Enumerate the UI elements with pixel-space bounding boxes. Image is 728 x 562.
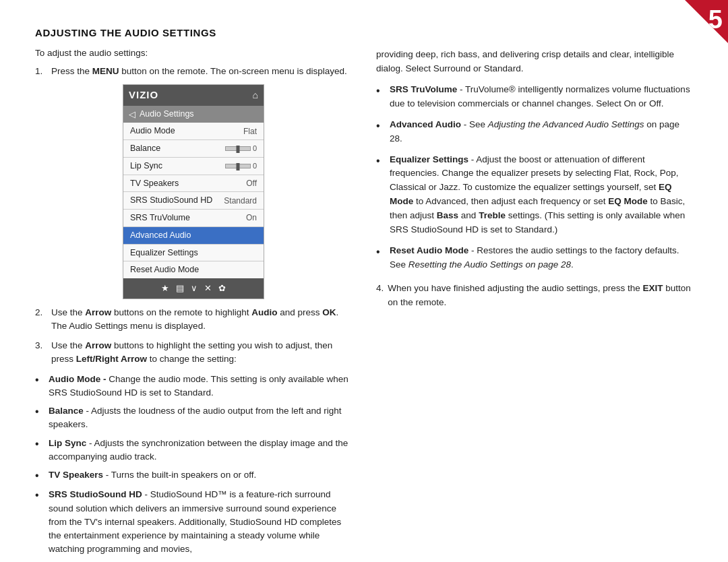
- step-2: 2. Use the Arrow buttons on the remote t…: [35, 306, 352, 334]
- tv-menu-title: Audio Settings: [140, 108, 194, 121]
- step-1-text: Press the MENU button on the remote. The…: [51, 65, 347, 78]
- vizio-logo: VIZIO: [129, 88, 253, 103]
- bullet-text: Reset Audio Mode - Restores the audio se…: [390, 244, 693, 272]
- row-label: Audio Mode: [130, 125, 175, 137]
- right-bullet-list: • SRS TruVolume - TruVolume® intelligent…: [376, 83, 693, 272]
- remote-star-icon: ★: [161, 282, 169, 295]
- slider-bar: 0: [225, 143, 257, 154]
- remote-x-icon: ✕: [204, 282, 212, 295]
- step-2-text: Use the Arrow buttons on the remote to h…: [51, 306, 352, 334]
- tv-menu-row-lip-sync: Lip Sync 0: [123, 158, 264, 175]
- bullet-lip-sync: • Lip Sync - Adjusts the synchronization…: [35, 437, 352, 464]
- slider-thumb: [236, 146, 239, 153]
- two-column-layout: To adjust the audio settings: 1. Press t…: [35, 48, 693, 561]
- step-2-num: 2.: [35, 306, 47, 334]
- step-4-num: 4.: [376, 282, 384, 310]
- row-label: SRS StudioSound HD: [130, 194, 212, 207]
- bullet-text: SRS StudioSound HD - StudioSound HD™ is …: [49, 488, 352, 556]
- bullet-srs-truvolume: • SRS TruVolume - TruVolume® intelligent…: [376, 83, 693, 111]
- remote-gear-icon: ✿: [218, 282, 226, 295]
- tv-menu-header: VIZIO ⌂: [123, 85, 264, 106]
- tv-menu-row-equalizer: Equalizer Settings: [123, 245, 264, 262]
- slider-value: 0: [253, 160, 257, 172]
- row-label: Lip Sync: [130, 160, 162, 173]
- bullet-icon: •: [35, 437, 44, 464]
- section-title: ADJUSTING THE AUDIO SETTINGS: [35, 27, 693, 38]
- settings-bullet-list: • Audio Mode - Change the audio mode. Th…: [35, 373, 352, 557]
- row-value: Flat: [243, 125, 257, 137]
- tv-menu-row-srs-truvolume: SRS TruVolume On: [123, 210, 264, 227]
- bullet-tv-speakers: • TV Speakers - Turns the built-in speak…: [35, 468, 352, 483]
- row-label: SRS TruVolume: [130, 212, 190, 224]
- bullet-text: Equalizer Settings - Adjust the boost or…: [390, 153, 693, 238]
- row-label: Advanced Audio: [130, 229, 191, 242]
- tv-menu-container: VIZIO ⌂ ◁ Audio Settings Audio Mode Flat: [35, 84, 352, 299]
- tv-menu-row-tv-speakers: TV Speakers Off: [123, 175, 264, 193]
- row-label: Balance: [130, 142, 160, 155]
- row-value: On: [246, 212, 257, 224]
- remote-down-icon: ∨: [191, 282, 198, 295]
- bullet-text: Lip Sync - Adjusts the synchronization b…: [49, 437, 352, 464]
- slider-track: [225, 146, 251, 151]
- tv-menu: VIZIO ⌂ ◁ Audio Settings Audio Mode Flat: [123, 84, 264, 299]
- back-arrow-icon: ◁: [129, 108, 135, 121]
- tv-menu-row-balance: Balance 0: [123, 140, 264, 158]
- steps-list: 1. Press the MENU button on the remote. …: [35, 65, 352, 367]
- bullet-icon: •: [35, 404, 44, 432]
- bullet-audio-mode: • Audio Mode - Change the audio mode. Th…: [35, 373, 352, 400]
- tv-menu-row-advanced-audio: Advanced Audio: [123, 227, 264, 245]
- row-label: Equalizer Settings: [130, 247, 198, 259]
- home-icon: ⌂: [253, 88, 258, 102]
- tv-menu-row-reset: Reset Audio Mode: [123, 261, 264, 278]
- right-col-intro: providing deep, rich bass, and deliverin…: [376, 48, 693, 76]
- bullet-icon: •: [376, 244, 386, 272]
- bullet-icon: •: [35, 488, 44, 556]
- row-value: Off: [246, 177, 257, 189]
- bullet-srs-studio: • SRS StudioSound HD - StudioSound HD™ i…: [35, 488, 352, 556]
- intro-text: To adjust the audio settings:: [35, 48, 352, 58]
- slider-value: 0: [253, 143, 257, 154]
- step-4: 4. When you have finished adjusting the …: [376, 282, 693, 310]
- bullet-text: TV Speakers - Turns the built-in speaker…: [49, 468, 256, 483]
- bullet-text: SRS TruVolume - TruVolume® intelligently…: [390, 83, 693, 111]
- bullet-balance: • Balance - Adjusts the loudness of the …: [35, 404, 352, 432]
- tv-menu-title-row: ◁ Audio Settings: [123, 106, 264, 123]
- bullet-icon: •: [35, 373, 44, 400]
- step-3-text: Use the Arrow buttons to highlight the s…: [51, 339, 352, 367]
- bullet-text: Advanced Audio - See Adjusting the Advan…: [390, 118, 693, 146]
- bullet-text: Balance - Adjusts the loudness of the au…: [49, 404, 352, 432]
- left-column: To adjust the audio settings: 1. Press t…: [35, 48, 352, 561]
- bullet-equalizer: • Equalizer Settings - Adjust the boost …: [376, 153, 693, 238]
- tv-menu-row-srs-studio: SRS StudioSound HD Standard: [123, 192, 264, 210]
- bullet-icon: •: [376, 118, 386, 146]
- remote-menu-icon: ▤: [176, 282, 184, 295]
- row-value: Standard: [224, 195, 257, 207]
- chapter-number: 5: [708, 5, 723, 34]
- bullet-reset-audio: • Reset Audio Mode - Restores the audio …: [376, 244, 693, 272]
- bullet-icon: •: [35, 468, 44, 483]
- bullet-text: Audio Mode - Change the audio mode. This…: [49, 373, 352, 400]
- page-content: ADJUSTING THE AUDIO SETTINGS To adjust t…: [35, 27, 693, 535]
- bullet-advanced-audio: • Advanced Audio - See Adjusting the Adv…: [376, 118, 693, 146]
- step-1-num: 1.: [35, 65, 47, 78]
- step-3-num: 3.: [35, 339, 47, 367]
- tv-menu-row-audio-mode: Audio Mode Flat: [123, 123, 264, 140]
- right-column: providing deep, rich bass, and deliverin…: [376, 48, 693, 561]
- step-1: 1. Press the MENU button on the remote. …: [35, 65, 352, 78]
- tv-remote-bar: ★ ▤ ∨ ✕ ✿: [123, 278, 264, 299]
- step-4-text: When you have finished adjusting the aud…: [388, 282, 693, 310]
- slider-track: [225, 164, 251, 168]
- slider-thumb: [236, 163, 239, 170]
- bullet-icon: •: [376, 153, 386, 238]
- row-label: Reset Audio Mode: [130, 263, 199, 276]
- row-label: TV Speakers: [130, 177, 179, 190]
- step-3: 3. Use the Arrow buttons to highlight th…: [35, 339, 352, 367]
- slider-bar: 0: [225, 160, 257, 172]
- bullet-icon: •: [376, 83, 386, 111]
